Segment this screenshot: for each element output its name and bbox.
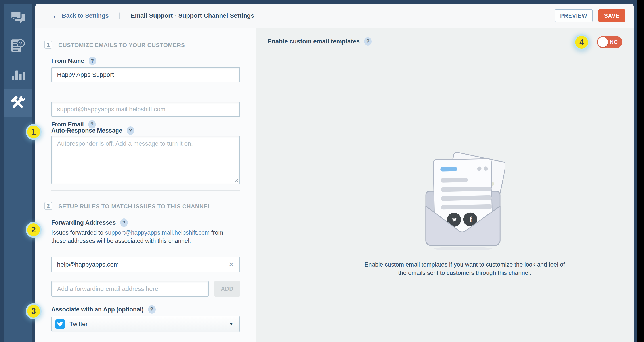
templates-title: Enable custom email templates (268, 38, 360, 45)
templates-description-line2: the emails sent to customers through thi… (398, 270, 531, 276)
annotation-badge-2: 2 (27, 223, 40, 236)
preview-button[interactable]: PREVIEW (555, 9, 593, 22)
back-link-label: Back to Settings (62, 13, 109, 19)
sidebar-item-settings[interactable] (4, 89, 32, 117)
associate-app-help-icon[interactable]: ? (148, 305, 156, 314)
forwarding-description-prefix: Issues forwarded to (51, 229, 105, 236)
app-select-dropdown[interactable]: Twitter ▼ (51, 316, 240, 332)
sidebar-item-analytics[interactable] (4, 60, 32, 89)
remove-address-icon[interactable]: ✕ (228, 261, 234, 268)
forwarding-address-row: help@happyapps.com ✕ (51, 257, 240, 272)
chevron-down-icon: ▼ (229, 321, 234, 327)
toggle-state-label: NO (610, 39, 618, 45)
tools-icon (8, 93, 27, 112)
forwarding-help-icon[interactable]: ? (120, 219, 128, 227)
add-address-button[interactable]: ADD (214, 281, 240, 297)
channel-settings-panel: 1 CUSTOMIZE EMAILS TO YOUR CUSTOMERS Fro… (35, 28, 256, 342)
app-window: ? (0, 0, 637, 342)
card-header: ← Back to Settings Email Support - Suppo… (35, 4, 634, 28)
from-email-input[interactable] (51, 102, 240, 117)
svg-text:f: f (470, 215, 473, 224)
sidebar-item-conversations[interactable] (4, 4, 32, 32)
save-button[interactable]: SAVE (598, 9, 625, 22)
svg-text:?: ? (19, 41, 22, 47)
page-title: Email Support - Support Channel Settings (131, 12, 254, 19)
forwarding-addresses-label: Forwarding Addresses (51, 219, 116, 226)
auto-response-help-icon[interactable]: ? (127, 126, 134, 135)
forwarding-description: Issues forwarded to support@happyapps.ma… (51, 229, 238, 245)
templates-description-line1: Enable custom email templates if you wan… (364, 261, 565, 268)
add-forwarding-input[interactable] (51, 281, 209, 297)
main-card: ← Back to Settings Email Support - Suppo… (35, 4, 634, 342)
email-envelope-illustration: f (421, 152, 505, 250)
bar-chart-icon (8, 65, 27, 84)
auto-response-label: Auto-Response Message (51, 127, 122, 134)
sidebar-item-faqs[interactable]: ? (4, 32, 32, 60)
breadcrumb-separator (120, 13, 120, 19)
chat-icon (8, 9, 27, 27)
templates-title-row: Enable custom email templates ? (268, 37, 372, 46)
annotation-badge-3: 3 (27, 305, 40, 318)
forwarding-label-row: Forwarding Addresses ? (51, 219, 128, 227)
toggle-knob (598, 37, 608, 47)
back-arrow-icon: ← (52, 12, 59, 19)
from-name-label-row: From Name ? (51, 57, 96, 65)
section-2-number: 2 (44, 202, 52, 210)
app-select-value: Twitter (70, 320, 229, 328)
sidebar-nav: ? (4, 4, 32, 342)
faq-doc-icon: ? (8, 37, 27, 55)
auto-response-label-row: Auto-Response Message ? (51, 126, 134, 135)
back-to-settings-link[interactable]: ← Back to Settings (52, 12, 109, 19)
section-1-heading: CUSTOMIZE EMAILS TO YOUR CUSTOMERS (58, 42, 185, 49)
custom-templates-toggle[interactable]: NO (597, 36, 622, 48)
from-name-help-icon[interactable]: ? (89, 57, 96, 65)
from-name-label: From Name (51, 58, 84, 64)
twitter-app-icon (55, 319, 65, 329)
annotation-badge-1: 1 (27, 125, 40, 138)
associate-app-label-row: Associate with an App (optional) ? (51, 305, 156, 314)
from-name-input[interactable] (51, 67, 240, 82)
email-templates-panel: Enable custom email templates ? NO (256, 28, 634, 342)
templates-help-icon[interactable]: ? (364, 37, 372, 46)
auto-response-textarea[interactable] (51, 136, 240, 184)
forwarding-address-value: help@happyapps.com (57, 261, 119, 268)
forwarding-email-link[interactable]: support@happyapps.mail.helpshift.com (105, 229, 210, 236)
section-1-number: 1 (44, 41, 52, 49)
templates-description: Enable custom email templates if you wan… (343, 260, 586, 277)
textarea-resize-handle[interactable] (234, 179, 238, 182)
section-divider (51, 190, 240, 191)
annotation-badge-4: 4 (575, 36, 588, 49)
associate-app-label: Associate with an App (optional) (51, 306, 144, 313)
section-2-heading: SETUP RULES TO MATCH ISSUES TO THIS CHAN… (58, 203, 211, 210)
